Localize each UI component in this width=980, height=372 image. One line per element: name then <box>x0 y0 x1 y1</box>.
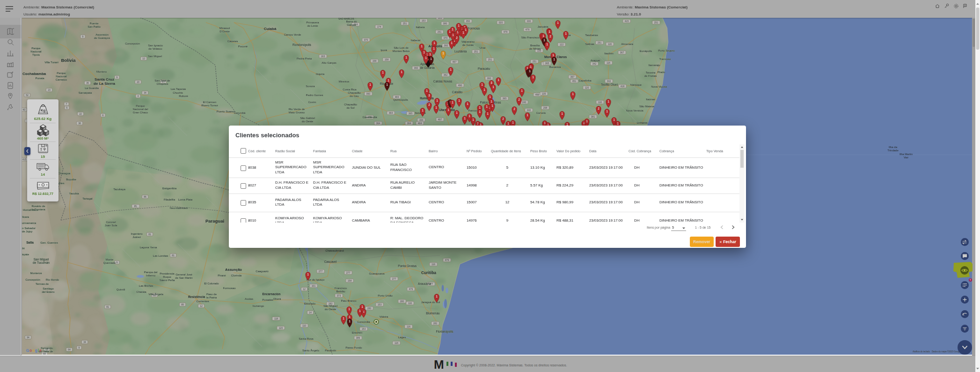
svg-text:Tipnis: Tipnis <box>32 53 40 56</box>
svg-text:1: 1 <box>430 57 432 60</box>
svg-text:1: 1 <box>549 30 550 33</box>
svg-text:San Ignacio: San Ignacio <box>148 44 163 47</box>
svg-text:Brasília: Brasília <box>530 44 540 47</box>
svg-text:Chapadão: Chapadão <box>344 103 357 106</box>
svg-text:116: 116 <box>431 263 435 266</box>
svg-text:116: 116 <box>608 43 612 45</box>
svg-text:251: 251 <box>403 22 407 25</box>
svg-text:52: 52 <box>26 94 29 97</box>
svg-text:153: 153 <box>422 19 426 22</box>
svg-text:1: 1 <box>450 68 452 71</box>
svg-text:Valparaíso: Valparaíso <box>461 40 475 43</box>
svg-text:4: 4 <box>138 95 139 97</box>
svg-text:2: 2 <box>428 103 430 106</box>
svg-text:Concepción: Concepción <box>125 42 140 45</box>
svg-text:Ituzaingo: Ituzaingo <box>253 305 264 307</box>
svg-text:Charata: Charata <box>136 290 146 293</box>
svg-text:386: 386 <box>356 336 360 339</box>
svg-text:Parque: Parque <box>57 72 66 74</box>
svg-text:São Francisco: São Francisco <box>521 36 540 39</box>
svg-text:158: 158 <box>348 279 352 282</box>
svg-text:Cachi: Cachi <box>22 247 25 250</box>
svg-text:Sáenz Peña: Sáenz Peña <box>160 279 175 282</box>
svg-text:o: o <box>29 348 32 353</box>
svg-text:251: 251 <box>474 50 478 53</box>
svg-text:Coxim: Coxim <box>308 101 316 104</box>
svg-text:040: 040 <box>527 109 531 112</box>
svg-text:1: 1 <box>452 101 453 104</box>
svg-text:1: 1 <box>586 119 588 123</box>
svg-text:1: 1 <box>489 95 491 98</box>
svg-text:1: 1 <box>544 121 546 125</box>
svg-text:282: 282 <box>433 322 438 325</box>
svg-text:418: 418 <box>621 85 625 88</box>
svg-text:95,: 95, <box>134 205 138 208</box>
svg-text:Roboré: Roboré <box>179 95 188 97</box>
svg-text:Santiago: Santiago <box>43 287 54 290</box>
svg-text:Teófilo Otoni: Teófilo Otoni <box>601 83 618 86</box>
svg-text:Florianópolis: Florianópolis <box>436 330 454 334</box>
svg-text:Villa Ángela: Villa Ángela <box>148 293 163 296</box>
svg-text:1: 1 <box>343 317 344 320</box>
svg-text:060: 060 <box>487 77 491 80</box>
svg-text:Porto Seguro: Porto Seguro <box>658 49 675 52</box>
svg-text:Roque: Roque <box>163 275 171 278</box>
svg-text:Tacubaya: Tacubaya <box>113 188 125 191</box>
svg-text:Kg: Kg <box>41 108 46 112</box>
svg-text:Prado: Prado <box>658 71 666 74</box>
svg-text:Concepción: Concepción <box>25 278 40 281</box>
svg-text:060: 060 <box>444 44 448 47</box>
svg-text:364: 364 <box>389 112 393 114</box>
svg-text:Cassilândia: Cassilândia <box>362 116 377 119</box>
svg-text:1: 1 <box>491 104 493 107</box>
svg-text:Francisco: Francisco <box>335 287 347 290</box>
svg-text:Loma Plata: Loma Plata <box>178 198 193 201</box>
svg-text:1: 1 <box>486 105 488 108</box>
svg-text:Paso de: Paso de <box>206 293 217 296</box>
svg-text:070: 070 <box>364 38 368 41</box>
svg-text:Itaúnas: Itaúnas <box>646 98 655 101</box>
svg-text:1: 1 <box>527 113 528 117</box>
svg-text:Monteros: Monteros <box>30 272 42 275</box>
svg-text:Juan Sola: Juan Sola <box>105 224 117 227</box>
svg-text:1: 1 <box>497 78 499 82</box>
svg-text:1: 1 <box>405 56 407 59</box>
svg-text:120: 120 <box>279 327 283 329</box>
svg-text:1: 1 <box>388 79 389 82</box>
svg-text:de Freitas: de Freitas <box>644 74 657 77</box>
svg-text:2: 2 <box>598 107 600 110</box>
svg-text:1: 1 <box>607 100 609 103</box>
svg-text:1: 1 <box>472 118 474 121</box>
svg-text:Gran Chaco: Gran Chaco <box>133 111 148 114</box>
svg-text:1: 1 <box>349 320 351 323</box>
svg-text:Salinas: Salinas <box>585 43 594 45</box>
svg-text:86: 86 <box>144 195 146 198</box>
svg-text:Pampa del: Pampa del <box>144 271 158 274</box>
svg-text:251: 251 <box>654 21 658 24</box>
svg-text:Linhares: Linhares <box>636 121 647 124</box>
svg-text:Pedra Preta: Pedra Preta <box>297 57 312 60</box>
svg-text:Gen. Guemes: Gen. Guemes <box>40 241 58 244</box>
svg-text:81: 81 <box>172 254 175 257</box>
svg-text:1: 1 <box>613 118 615 121</box>
svg-text:Caaguazú: Caaguazú <box>256 270 268 273</box>
svg-text:Garças: Garças <box>347 23 356 26</box>
svg-text:1: 1 <box>349 315 351 319</box>
svg-text:277: 277 <box>392 277 396 280</box>
svg-text:do Leste: do Leste <box>307 24 318 27</box>
svg-text:de Tucumán: de Tucumán <box>33 261 50 264</box>
svg-text:la Patria: la Patria <box>206 296 217 299</box>
svg-text:365: 365 <box>409 112 413 115</box>
svg-text:116: 116 <box>395 342 398 344</box>
svg-text:de San Martin: de San Martin <box>175 276 192 279</box>
svg-text:do Céu: do Céu <box>350 95 358 97</box>
svg-text:Porto União: Porto União <box>378 294 393 297</box>
svg-text:Curvelo: Curvelo <box>536 112 546 114</box>
svg-text:o: o <box>32 348 35 353</box>
svg-text:464: 464 <box>418 122 422 125</box>
svg-text:490: 490 <box>458 84 462 87</box>
svg-text:Las Breñas: Las Breñas <box>139 284 153 287</box>
svg-text:Quirinópolis: Quirinópolis <box>393 98 408 101</box>
svg-text:Ilha da: Ilha da <box>889 146 898 149</box>
svg-text:120: 120 <box>585 86 589 89</box>
